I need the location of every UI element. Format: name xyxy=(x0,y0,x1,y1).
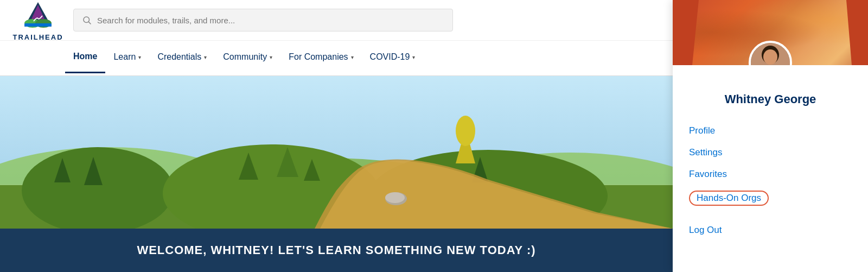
svg-point-6 xyxy=(84,17,90,23)
svg-line-7 xyxy=(88,22,91,24)
log-out-menu-item[interactable]: Log Out xyxy=(689,219,852,241)
favorites-menu-item[interactable]: Favorites xyxy=(689,163,852,185)
welcome-banner: WELCOME, WHITNEY! LET'S LEARN SOMETHING … xyxy=(0,229,673,272)
settings-menu-item[interactable]: Settings xyxy=(689,142,852,163)
arch-left-decoration xyxy=(673,0,738,65)
chevron-down-icon: ▾ xyxy=(412,54,415,60)
svg-point-33 xyxy=(763,49,777,65)
trailhead-logo-icon xyxy=(22,0,54,32)
landscape-svg xyxy=(0,77,673,229)
chevron-down-icon: ▾ xyxy=(138,54,141,60)
panel-user-name: Whitney George xyxy=(689,92,852,106)
highlighted-label: Hands-On Orgs xyxy=(689,191,769,206)
logo-text: TRAILHEAD xyxy=(12,33,63,41)
chevron-down-icon: ▾ xyxy=(270,54,272,60)
chevron-down-icon: ▾ xyxy=(204,54,207,60)
search-bar[interactable] xyxy=(73,9,453,31)
user-dropdown-panel: Whitney George Profile Settings Favorite… xyxy=(673,0,868,272)
svg-point-30 xyxy=(456,116,475,146)
svg-rect-5 xyxy=(24,23,52,27)
nav-item-learn[interactable]: Learn ▾ xyxy=(105,41,149,73)
hands-on-orgs-menu-item[interactable]: Hands-On Orgs xyxy=(689,185,852,211)
panel-header-background xyxy=(673,0,868,65)
logo-area[interactable]: TRAILHEAD xyxy=(11,0,65,41)
nav-item-credentials[interactable]: Credentials ▾ xyxy=(149,41,215,73)
nav-item-community[interactable]: Community ▾ xyxy=(215,41,280,73)
panel-avatar xyxy=(749,41,792,65)
panel-body: Whitney George Profile Settings Favorite… xyxy=(673,65,868,272)
nav-item-home[interactable]: Home xyxy=(65,41,105,73)
welcome-text: WELCOME, WHITNEY! LET'S LEARN SOMETHING … xyxy=(137,243,535,257)
arch-right-decoration xyxy=(814,0,868,65)
svg-point-28 xyxy=(385,192,405,203)
search-input[interactable] xyxy=(97,16,444,25)
chevron-down-icon: ▾ xyxy=(351,54,354,60)
profile-menu-item[interactable]: Profile xyxy=(689,120,852,142)
search-icon xyxy=(82,15,92,25)
nav-item-for-companies[interactable]: For Companies ▾ xyxy=(280,41,361,73)
nav-item-covid19[interactable]: COVID-19 ▾ xyxy=(362,41,424,73)
